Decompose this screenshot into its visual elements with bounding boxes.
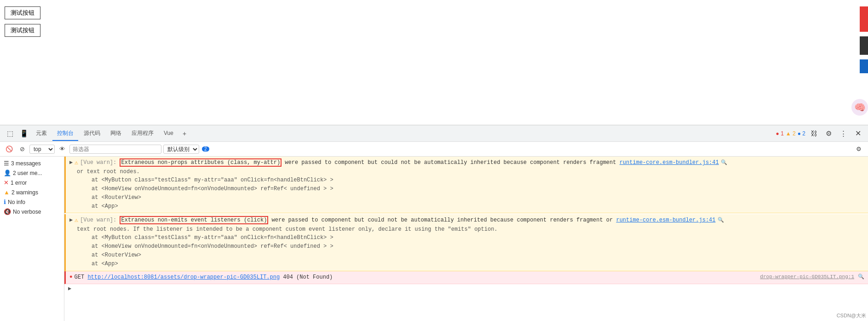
warn-body-2: were passed to component but could not b… [268,217,616,223]
tab-application[interactable]: 应用程序 [127,127,158,141]
user-icon: 👤 [4,169,11,176]
error-text-1: GET http://localhost:8081/assets/drop-wr… [75,273,759,282]
stack-2-1: at <MyButton class="testClass" my-attr="… [69,233,864,242]
error-url-link[interactable]: http://localhost:8081/assets/drop-wrappe… [87,274,280,280]
context-select[interactable]: top [29,145,55,154]
tab-console[interactable]: 控制台 [52,127,78,141]
search-icon-2: 🔍 [718,217,724,223]
settings-btn[interactable]: ⚙ [822,127,835,140]
sidebar-item-info[interactable]: ℹ No info [0,197,64,207]
warning-badge: ▲ 2 [786,130,796,137]
tab-vue[interactable]: Vue [159,127,178,140]
tab-network[interactable]: 网络 [106,127,126,141]
level-select[interactable]: 默认级别 [163,145,199,154]
warn-text-1: [Vue warn]: Extraneous non-props attribu… [80,158,864,167]
warn-prefix-1: [Vue warn]: [80,159,120,166]
list-icon: ☰ [4,160,9,167]
tab-elements[interactable]: 元素 [31,127,52,141]
right-bars: 🧠 [860,6,868,125]
search-icon-1: 🔍 [721,160,727,165]
stack-1-4: at <App> [69,202,864,211]
warn-link-2[interactable]: runtime-core.esm-bundler.js:41 [616,217,715,223]
inspect-icon-btn[interactable]: ⬚ [4,127,17,140]
clear-icon: 🚫 [6,146,13,152]
clear-console-btn[interactable]: 🚫 [4,144,15,155]
sidebar-error-label: 1 error [11,180,27,186]
test-button-1[interactable]: 测试按钮 [5,6,40,19]
block-btn[interactable]: ⊘ [17,144,28,155]
eye-btn[interactable]: 👁 [57,144,68,155]
add-tab-btn[interactable]: + [179,127,190,140]
console-gear-icon: ⚙ [856,146,862,152]
message-badge: ● 2 [798,130,805,137]
sidebar-item-verbose[interactable]: 🔇 No verbose [0,207,64,216]
bar-dark [860,36,868,55]
error-circle-icon-msg: ● [69,273,73,281]
warn-body-1: were passed to component but could not b… [282,159,620,166]
warn-prefix-2: [Vue warn]: [80,217,120,223]
expand-arrow-footer: ▶ [68,286,71,292]
stack-1-3: at <RouterView> [69,193,864,202]
sidebar-item-error[interactable]: ✕ 1 error [0,178,64,187]
eye-icon: 👁 [59,146,65,152]
devtools-panel: ⬚ 📱 元素 控制台 源代码 网络 应用程序 Vue + ● 1 ▲ 2 ● 2… [0,125,868,321]
sidebar-item-user[interactable]: 👤 2 user me... [0,168,64,178]
more-btn[interactable]: ⋮ [837,127,850,140]
warn-message-1: ▶ ⚠ [Vue warn]: Extraneous non-props att… [64,157,868,213]
sidebar-item-warnings[interactable]: ▲ 2 warnings [0,187,64,197]
error-message-1: ● GET http://localhost:8081/assets/drop-… [64,271,868,284]
filter-input[interactable] [69,145,161,154]
device-icon-btn[interactable]: 📱 [17,127,30,140]
warn-extra-1: or text root nodes. [69,168,864,176]
mute-icon: 🔇 [4,208,11,215]
warn-text-2: [Vue warn]: Extraneous non-emits event l… [80,216,864,225]
sources-btn[interactable]: ⛓ [807,127,820,140]
close-devtools-btn[interactable]: ✕ [851,127,864,140]
level-count-badge: 2 [202,146,209,152]
tab-sources[interactable]: 源代码 [79,127,105,141]
console-sidebar: ☰ 3 messages 👤 2 user me... ✕ 1 error ▲ … [0,157,64,321]
sidebar-item-all[interactable]: ☰ 3 messages [0,158,64,168]
console-settings-btn[interactable]: ⚙ [853,144,864,155]
warn-icon-1: ⚠ [75,158,78,168]
bar-red [860,6,868,32]
preview-area: 测试按钮 测试按钮 🧠 [0,6,868,125]
error-badge: ● 1 [776,130,784,137]
brain-icon: 🧠 [851,99,868,116]
sidebar-user-label: 2 user me... [13,170,42,176]
stack-2-3: at <RouterView> [69,251,864,260]
warn-highlight-2: Extraneous non-emits event listeners (cl… [120,216,268,224]
stack-2-4: at <App> [69,260,864,268]
warn-message-2: ▶ ⚠ [Vue warn]: Extraneous non-emits eve… [64,214,868,271]
warn-highlight-1: Extraneous non-props attributes (class, … [120,158,282,167]
console-messages[interactable]: ▶ ⚠ [Vue warn]: Extraneous non-props att… [64,157,868,321]
expand-arrow-2[interactable]: ▶ [69,216,73,224]
console-toolbar: 🚫 ⊘ top 👁 默认级别 2 ⚙ [0,142,868,157]
sidebar-warnings-label: 2 warnings [11,189,38,196]
stack-2-2: at <HomeView onVnodeUnmounted=fn<onVnode… [69,242,864,251]
stack-1-1: at <MyButton class="testClass" my-attr="… [69,176,864,185]
sources-icon: ⛓ [811,129,817,137]
error-search-icon: 🔍 [858,273,864,281]
warn-extra-2: text root nodes. If the listener is inte… [69,225,864,233]
expand-arrow-1[interactable]: ▶ [69,158,73,167]
error-prefix: GET [75,274,88,280]
warning-triangle-icon: ▲ [4,189,10,196]
warn-msg-line-1: ▶ ⚠ [Vue warn]: Extraneous non-props att… [69,158,864,168]
warn-link-1[interactable]: runtime-core.esm-bundler.js:41 [620,159,719,166]
test-button-2[interactable]: 测试按钮 [5,24,40,37]
more-icon: ⋮ [840,129,847,138]
warn-msg-line-2: ▶ ⚠ [Vue warn]: Extraneous non-emits eve… [69,216,864,225]
sidebar-all-label: 3 messages [11,160,41,167]
sidebar-info-label: No info [8,199,25,205]
csdn-watermark: CSDN@大米 [837,312,866,319]
console-content: ☰ 3 messages 👤 2 user me... ✕ 1 error ▲ … [0,157,868,321]
topbar-right: ● 1 ▲ 2 ● 2 ⛓ ⚙ ⋮ ✕ [776,127,864,140]
error-source-link[interactable]: drop-wrapper-pic-GD035LIT.png:1 [760,273,854,281]
device-icon: 📱 [20,129,29,138]
block-icon: ⊘ [20,146,25,152]
expand-footer[interactable]: ▶ [64,284,868,293]
gear-icon: ⚙ [826,129,832,138]
error-msg-line-1: ● GET http://localhost:8081/assets/drop-… [69,273,864,282]
warn-icon-2: ⚠ [75,216,78,225]
